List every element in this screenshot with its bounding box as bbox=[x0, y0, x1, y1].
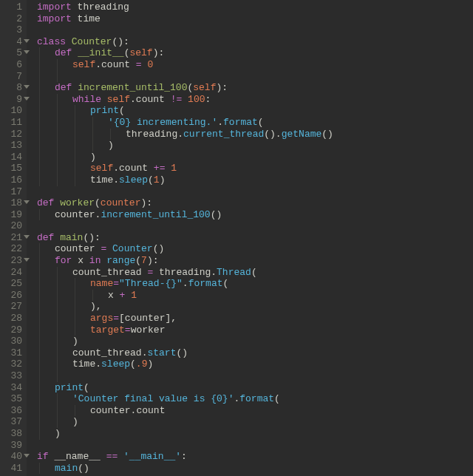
token-bcall: current_thread bbox=[183, 129, 264, 140]
token-name: count bbox=[136, 405, 165, 416]
code-line[interactable]: counter.count bbox=[37, 405, 473, 417]
token-paren: : bbox=[205, 94, 211, 105]
token-paren: ) bbox=[72, 416, 78, 427]
code-line[interactable]: main() bbox=[37, 463, 473, 475]
token-bcall: increment_until_100 bbox=[101, 209, 210, 220]
code-line[interactable]: class Counter(): bbox=[37, 36, 473, 48]
code-line[interactable] bbox=[37, 71, 473, 83]
code-line[interactable]: ) bbox=[37, 336, 473, 347]
token-name: , bbox=[171, 313, 177, 324]
code-line[interactable]: time.sleep(.9) bbox=[37, 358, 473, 370]
token-name: count bbox=[101, 59, 136, 70]
code-line[interactable]: counter.increment_until_100() bbox=[37, 209, 473, 221]
token-paren: ( bbox=[251, 267, 257, 278]
token-paren: ) bbox=[72, 336, 78, 347]
code-line[interactable]: def worker(counter): bbox=[37, 197, 473, 209]
token-name: . bbox=[95, 358, 101, 370]
line-number: 13 bbox=[7, 140, 22, 152]
code-line[interactable]: def increment_until_100(self): bbox=[37, 82, 473, 94]
line-number: 16 bbox=[7, 174, 22, 186]
line-number: 40 bbox=[7, 451, 22, 463]
line-number: 5 bbox=[7, 47, 22, 59]
token-arg: target bbox=[90, 324, 125, 336]
token-paren: () bbox=[211, 209, 222, 220]
token-name: . bbox=[217, 117, 223, 128]
token-name: . bbox=[95, 59, 101, 70]
token-arg: self bbox=[107, 94, 130, 105]
code-line[interactable]: threading.current_thread().getName() bbox=[37, 129, 473, 140]
code-line[interactable]: ) bbox=[37, 428, 473, 440]
token-name: counter bbox=[90, 405, 131, 416]
code-line[interactable]: import threading bbox=[37, 1, 473, 13]
code-line[interactable]: def __init__(self): bbox=[37, 47, 473, 59]
line-number: 34 bbox=[7, 382, 22, 394]
token-arg: self bbox=[193, 82, 216, 93]
code-line[interactable]: if __name__ == '__main__': bbox=[37, 451, 473, 463]
token-bcall: range bbox=[106, 255, 135, 266]
token-name: count bbox=[136, 94, 171, 105]
code-line[interactable]: import time bbox=[37, 13, 473, 25]
code-line[interactable]: ), bbox=[37, 301, 473, 313]
token-name: count_thread bbox=[72, 347, 142, 358]
line-number: 21 bbox=[7, 232, 22, 244]
token-fn: main bbox=[60, 232, 83, 243]
line-number: 30 bbox=[7, 336, 22, 347]
code-area[interactable]: import threadingimport time class Counte… bbox=[27, 0, 473, 476]
token-paren: () bbox=[78, 463, 89, 474]
token-kw: if bbox=[37, 451, 54, 462]
code-editor[interactable]: 1234567891011121314151617181920212223242… bbox=[0, 0, 473, 476]
code-line[interactable]: def main(): bbox=[37, 232, 473, 244]
code-line[interactable]: 'Counter final value is {0}'.format( bbox=[37, 393, 473, 405]
code-line[interactable]: self.count = 0 bbox=[37, 59, 473, 71]
code-line[interactable] bbox=[37, 220, 473, 232]
token-name bbox=[106, 243, 112, 254]
code-line[interactable] bbox=[37, 186, 473, 198]
code-line[interactable]: while self.count != 100: bbox=[37, 94, 473, 106]
token-paren: ( bbox=[130, 358, 136, 370]
code-line[interactable]: counter = Counter() bbox=[37, 243, 473, 255]
code-line[interactable]: count_thread = threading.Thread( bbox=[37, 267, 473, 279]
token-paren: ( bbox=[84, 382, 89, 393]
code-line[interactable]: name="Thread-{}".format( bbox=[37, 278, 473, 290]
token-paren: ): bbox=[147, 255, 159, 266]
token-name: time bbox=[90, 174, 113, 186]
token-paren: ): bbox=[216, 82, 228, 93]
token-name: . bbox=[130, 94, 136, 105]
code-line[interactable] bbox=[37, 24, 473, 36]
code-line[interactable]: ) bbox=[37, 140, 473, 152]
line-number: 12 bbox=[7, 129, 22, 140]
code-line[interactable]: '{0} incrementing.'.format( bbox=[37, 117, 473, 129]
code-line[interactable]: ) bbox=[37, 416, 473, 428]
token-name: time bbox=[72, 13, 101, 24]
line-number: 20 bbox=[7, 220, 22, 232]
code-line[interactable]: x + 1 bbox=[37, 290, 473, 302]
token-name: threading bbox=[72, 1, 129, 13]
code-line[interactable]: ) bbox=[37, 152, 473, 163]
code-line[interactable]: count_thread.start() bbox=[37, 347, 473, 359]
token-op: = bbox=[113, 278, 119, 289]
code-line[interactable] bbox=[37, 370, 473, 382]
line-number: 9 bbox=[7, 94, 22, 106]
token-num: 1 bbox=[171, 163, 177, 174]
code-line[interactable]: print( bbox=[37, 105, 473, 117]
code-line[interactable]: print( bbox=[37, 382, 473, 394]
token-kw: while bbox=[72, 94, 107, 105]
line-number: 19 bbox=[7, 209, 22, 221]
token-name: . bbox=[211, 267, 217, 278]
token-name: . bbox=[177, 129, 183, 140]
code-line[interactable]: for x in range(7): bbox=[37, 255, 473, 267]
line-number: 10 bbox=[7, 105, 22, 117]
token-name: count bbox=[119, 163, 154, 174]
code-line[interactable]: self.count += 1 bbox=[37, 163, 473, 174]
code-line[interactable]: time.sleep(1) bbox=[37, 174, 473, 186]
token-name: counter bbox=[125, 313, 166, 324]
token-op: == bbox=[106, 451, 118, 462]
line-number: 33 bbox=[7, 370, 22, 382]
code-line[interactable]: target=worker bbox=[37, 324, 473, 336]
token-name: count_thread bbox=[72, 267, 147, 278]
code-line[interactable]: args=[counter], bbox=[37, 313, 473, 324]
code-line[interactable] bbox=[37, 440, 473, 452]
token-kw: def bbox=[37, 232, 60, 243]
token-arg: name bbox=[90, 278, 113, 289]
token-kw: in bbox=[89, 255, 106, 266]
